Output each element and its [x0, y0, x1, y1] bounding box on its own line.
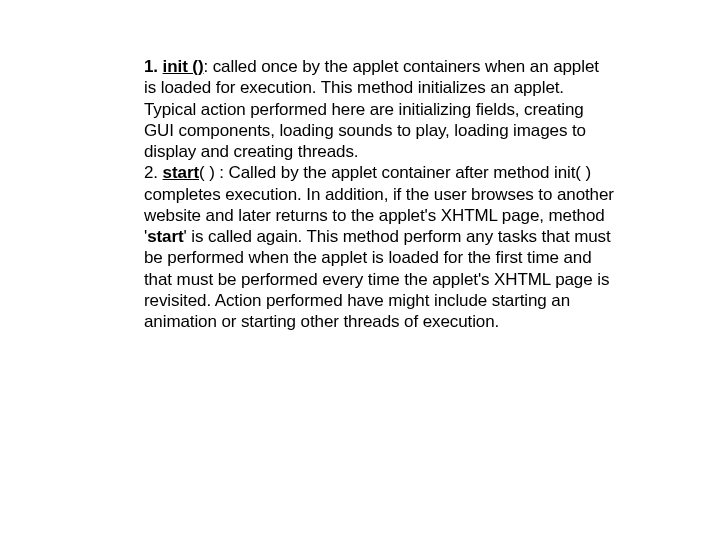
item-1-name: init ()	[163, 57, 204, 76]
item-2-number: 2.	[144, 163, 163, 182]
item-2-bold-inline: start	[147, 227, 183, 246]
item-2: 2. start( ) : Called by the applet conta…	[144, 162, 614, 332]
content-text: 1. init (): called once by the applet co…	[144, 56, 614, 332]
item-1-number: 1.	[144, 57, 163, 76]
item-1-desc: : called once by the applet containers w…	[144, 57, 599, 161]
item-2-name: start	[163, 163, 199, 182]
item-1: 1. init (): called once by the applet co…	[144, 56, 614, 162]
item-2-desc-b: ' is called again. This method perform a…	[144, 227, 611, 331]
slide: 1. init (): called once by the applet co…	[0, 0, 720, 540]
